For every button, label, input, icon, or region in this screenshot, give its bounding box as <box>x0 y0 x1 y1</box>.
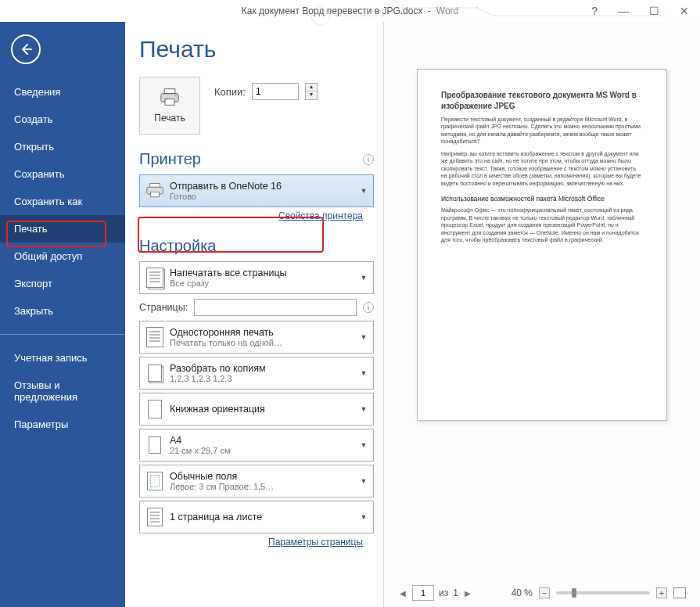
printer-status: Готово <box>170 192 357 201</box>
sides-dropdown[interactable]: Односторонняя печатьПечатать только на о… <box>139 321 374 354</box>
spin-down-icon[interactable]: ▼ <box>306 92 317 99</box>
sidebar-item-feedback[interactable]: Отзывы и предложения <box>0 372 125 411</box>
svg-rect-3 <box>164 89 175 94</box>
zoom-slider-thumb[interactable] <box>572 588 576 598</box>
page-nav: ◀ из 1 ▶ <box>398 585 472 601</box>
zoom-in-button[interactable]: + <box>656 587 667 598</box>
print-preview-pane: Преобразование текстового документа MS W… <box>383 22 700 607</box>
zoom-label: 40 % <box>512 587 533 598</box>
title-sep: - <box>425 5 436 16</box>
printer-dropdown[interactable]: Отправить в OneNote 16 Готово ▼ <box>139 174 374 207</box>
copies-label: Копии: <box>214 86 246 98</box>
page-setup-link[interactable]: Параметры страницы <box>139 537 363 548</box>
pages-info-icon[interactable]: i <box>363 302 374 313</box>
sidebar-item-export[interactable]: Экспорт <box>0 270 125 297</box>
sidebar-item-options[interactable]: Параметры <box>0 411 125 438</box>
chevron-down-icon: ▼ <box>357 274 370 282</box>
backstage-sidebar: Сведения Создать Открыть Сохранить Сохра… <box>0 22 125 607</box>
document-name: Как документ Ворд перевести в JPG.docx <box>242 5 423 16</box>
svg-rect-5 <box>165 99 174 106</box>
app-name: Word <box>436 5 458 16</box>
window-title: Как документ Ворд перевести в JPG.docx -… <box>242 5 458 16</box>
prev-page-button[interactable]: ◀ <box>398 587 407 599</box>
sidebar-item-close[interactable]: Закрыть <box>0 297 125 325</box>
collate-icon <box>143 360 167 386</box>
svg-rect-7 <box>150 184 160 188</box>
orientation-dropdown[interactable]: Книжная ориентация ▼ <box>139 393 374 426</box>
zoom-slider[interactable] <box>556 591 650 594</box>
sidebar-item-account[interactable]: Учетная запись <box>0 344 125 372</box>
sidebar-item-label: Открыть <box>14 141 54 153</box>
sidebar-item-label: Отзывы и предложения <box>14 379 77 403</box>
spin-up-icon[interactable]: ▲ <box>306 84 317 92</box>
dd-secondary: 1,2,3 1,2,3 1,2,3 <box>170 374 357 383</box>
paper-size-dropdown[interactable]: A421 см x 29,7 см ▼ <box>139 429 374 462</box>
minimize-button[interactable]: — <box>618 5 629 17</box>
sidebar-item-label: Закрыть <box>14 305 53 317</box>
sidebar-item-share[interactable]: Общий доступ <box>0 242 125 270</box>
dd-primary: Напечатать все страницы <box>170 268 357 278</box>
next-page-button[interactable]: ▶ <box>463 587 472 599</box>
sidebar-item-label: Печать <box>14 223 48 235</box>
sidebar-item-save-as[interactable]: Сохранить как <box>0 188 125 215</box>
pages-input[interactable] <box>194 299 357 316</box>
print-button[interactable]: Печать <box>139 77 200 135</box>
sidebar-item-open[interactable]: Открыть <box>0 133 125 160</box>
sidebar-item-label: Сохранить как <box>14 196 82 207</box>
printer-heading: Принтер <box>139 150 201 168</box>
sidebar-item-label: Параметры <box>14 418 68 430</box>
sidebar-item-new[interactable]: Создать <box>0 106 125 133</box>
doc-paragraph: Перевести текстовый документ, созданный … <box>441 116 643 145</box>
zoom-out-button[interactable]: − <box>539 587 550 598</box>
dd-secondary: Печатать только на одной… <box>170 338 357 347</box>
sidebar-item-save[interactable]: Сохранить <box>0 160 125 188</box>
sidebar-item-label: Сохранить <box>14 168 65 180</box>
pages-label: Страницы: <box>139 302 188 313</box>
portrait-icon <box>143 396 167 422</box>
printer-info-icon[interactable]: i <box>363 154 374 165</box>
sidebar-item-info[interactable]: Сведения <box>0 78 125 106</box>
sidebar-item-print[interactable]: Печать <box>0 215 125 242</box>
dd-primary: Книжная ориентация <box>170 404 357 415</box>
dd-primary: 1 страница на листе <box>170 512 357 523</box>
page-title: Печать <box>139 36 374 63</box>
paper-icon <box>143 432 167 458</box>
margins-dropdown[interactable]: Обычные поляЛевое: 3 см Правое: 1,5… ▼ <box>139 465 374 497</box>
sidebar-item-label: Сведения <box>14 86 60 98</box>
sidebar-item-label: Создать <box>14 113 52 125</box>
chevron-down-icon: ▼ <box>357 333 370 341</box>
print-range-dropdown[interactable]: Напечатать все страницыВсе сразу ▼ <box>139 261 374 294</box>
sidebar-item-label: Учетная запись <box>14 352 88 364</box>
fit-to-window-button[interactable] <box>673 587 686 598</box>
printer-properties-link[interactable]: Свойства принтера <box>139 210 363 221</box>
dd-primary: A4 <box>170 435 357 446</box>
doc-subheading: Использование возможностей пакета Micros… <box>441 195 643 203</box>
doc-paragraph: Например, вы хотите вставить изображение… <box>441 150 643 187</box>
pages-per-sheet-dropdown[interactable]: 1 страница на листе ▼ <box>139 501 374 533</box>
chevron-down-icon: ▼ <box>357 405 370 413</box>
close-button[interactable]: ✕ <box>680 5 689 17</box>
preview-page: Преобразование текстового документа MS W… <box>417 69 667 421</box>
collate-dropdown[interactable]: Разобрать по копиям1,2,3 1,2,3 1,2,3 ▼ <box>139 357 374 390</box>
total-pages: 1 <box>453 587 458 598</box>
doc-title: Преобразование текстового документа MS W… <box>441 90 643 111</box>
dd-primary: Разобрать по копиям <box>170 363 357 374</box>
dd-secondary: Все сразу <box>170 278 357 288</box>
dd-secondary: 21 см x 29,7 см <box>170 446 357 455</box>
printer-icon <box>159 88 181 106</box>
maximize-button[interactable]: ☐ <box>649 5 659 17</box>
printer-name: Отправить в OneNote 16 <box>170 181 357 192</box>
copies-input[interactable] <box>252 83 299 100</box>
help-button[interactable]: ? <box>591 5 598 17</box>
one-sided-icon <box>143 324 167 350</box>
back-button[interactable] <box>11 34 41 64</box>
copies-spinner[interactable]: ▲▼ <box>305 83 318 100</box>
of-label: из <box>439 587 448 598</box>
pages-all-icon <box>143 264 167 291</box>
zoom-controls: 40 % − + <box>512 587 686 598</box>
chevron-down-icon: ▼ <box>357 187 370 195</box>
preview-footer: ◀ из 1 ▶ 40 % − + <box>398 577 686 601</box>
current-page-input[interactable] <box>412 585 434 601</box>
print-settings-pane: Печать Печать Копии: ▲▼ <box>125 22 383 607</box>
chevron-down-icon: ▼ <box>357 477 370 485</box>
